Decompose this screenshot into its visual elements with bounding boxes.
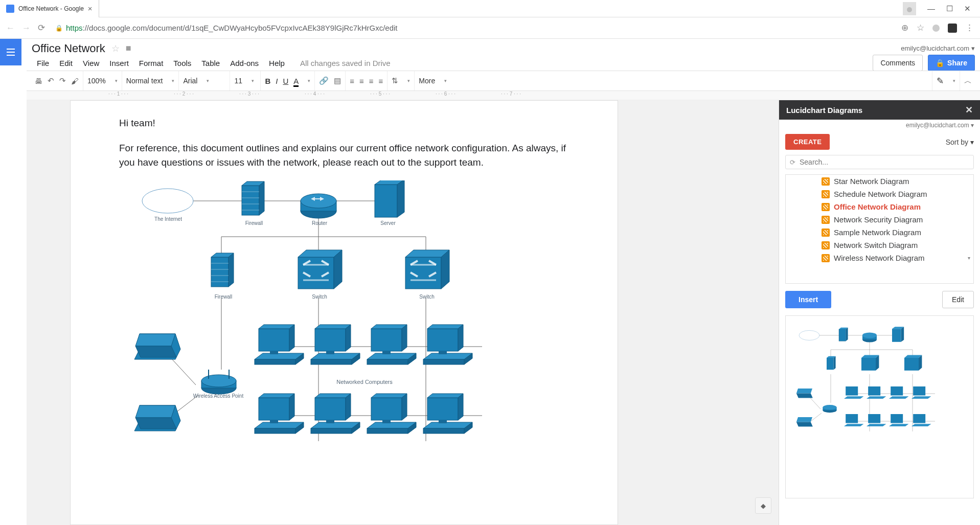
print-icon[interactable]: 🖶: [35, 77, 42, 85]
chevron-down-icon[interactable]: ▾: [971, 122, 974, 129]
profile-icon[interactable]: [903, 2, 916, 15]
menu-table[interactable]: Table: [196, 57, 225, 70]
list-item[interactable]: Wireless Network Diagram▾: [786, 252, 973, 264]
italic-button[interactable]: I: [276, 77, 278, 85]
diagram-label: Networked Computers: [324, 379, 405, 385]
chevron-down-icon[interactable]: ▾: [115, 78, 118, 83]
menu-view[interactable]: View: [78, 57, 104, 70]
explore-fab[interactable]: ◆: [755, 497, 771, 514]
tab-title: Office Network - Google: [18, 5, 84, 12]
chevron-down-icon[interactable]: ▾: [172, 78, 174, 83]
search-input[interactable]: [800, 158, 969, 166]
paint-format-icon[interactable]: 🖌: [71, 77, 79, 85]
svg-marker-119: [911, 424, 931, 426]
undo-icon[interactable]: ↶: [48, 76, 54, 85]
font-family-select[interactable]: Arial: [183, 77, 197, 85]
text-color-button[interactable]: A: [293, 77, 299, 85]
menu-insert[interactable]: Insert: [104, 57, 134, 70]
svg-rect-79: [839, 329, 846, 341]
more-tools-button[interactable]: More: [419, 77, 435, 85]
svg-marker-90: [833, 356, 835, 370]
forward-icon[interactable]: →: [22, 23, 31, 33]
edit-button[interactable]: Edit: [942, 291, 974, 308]
user-email[interactable]: emilyc@lucidchart.com: [901, 44, 969, 52]
menu-addons[interactable]: Add-ons: [225, 57, 264, 70]
redo-icon[interactable]: ↷: [59, 76, 66, 85]
document-page[interactable]: Hi team! For reference, this document ou…: [70, 100, 618, 525]
chevron-down-icon[interactable]: ▾: [308, 78, 310, 83]
menu-icon[interactable]: ⋮: [965, 22, 974, 33]
diagram-list[interactable]: Star Network Diagram Schedule Network Di…: [785, 174, 974, 284]
diagram-label: Router: [304, 220, 335, 226]
share-button[interactable]: 🔒 Share: [928, 55, 975, 71]
list-item[interactable]: Sample Network Diagram: [786, 226, 973, 239]
diagram-label: Switch: [412, 294, 442, 300]
menu-tools[interactable]: Tools: [168, 57, 196, 70]
chevron-down-icon[interactable]: ▾: [252, 78, 254, 83]
link-icon[interactable]: 🔗: [319, 76, 329, 85]
svg-rect-32: [211, 257, 229, 287]
close-icon[interactable]: ✕: [965, 104, 973, 116]
document-title[interactable]: Office Network: [32, 42, 105, 55]
chevron-down-icon[interactable]: ▾: [207, 78, 209, 83]
chevron-down-icon[interactable]: ▾: [968, 255, 970, 261]
align-left-icon[interactable]: ≡: [350, 77, 354, 85]
switch-icon: [405, 250, 449, 289]
sort-by-dropdown[interactable]: Sort by▾: [946, 138, 974, 146]
folder-icon[interactable]: ■: [126, 43, 131, 54]
list-item[interactable]: Star Network Diagram: [786, 175, 973, 188]
url-text: https://docs.google.com/document/d/1sqE_…: [66, 24, 397, 32]
chevron-down-icon[interactable]: ▾: [444, 78, 447, 83]
paragraph-style-select[interactable]: Normal text: [126, 77, 163, 85]
bookmark-star-icon[interactable]: ☆: [917, 22, 924, 33]
align-justify-icon[interactable]: ≡: [379, 77, 383, 85]
list-item[interactable]: Network Switch Diagram: [786, 239, 973, 252]
list-item[interactable]: Network Security Diagram: [786, 213, 973, 226]
ruler[interactable]: · · · 1 · · · · · · 2 · · · · · · 3 · · …: [27, 91, 980, 100]
extension-icon[interactable]: [948, 24, 957, 33]
reload-icon[interactable]: ⟳: [38, 22, 45, 33]
menu-help[interactable]: Help: [264, 57, 290, 70]
align-right-icon[interactable]: ≡: [369, 77, 374, 85]
underline-button[interactable]: U: [283, 77, 288, 85]
tab-close-icon[interactable]: ×: [88, 4, 93, 13]
bold-button[interactable]: B: [265, 77, 270, 85]
svg-marker-97: [796, 389, 812, 394]
menu-file[interactable]: File: [32, 57, 54, 70]
list-item-label: Office Network Diagram: [834, 202, 921, 211]
zoom-icon[interactable]: ⊕: [901, 22, 908, 33]
line-spacing-icon[interactable]: ⇅: [392, 76, 398, 85]
sidebar-user-email[interactable]: emilyc@lucidchart.com: [906, 122, 969, 129]
editing-mode-button[interactable]: ✎: [937, 76, 944, 86]
star-icon[interactable]: ☆: [111, 43, 120, 54]
insert-button[interactable]: Insert: [785, 291, 831, 308]
svg-rect-114: [868, 414, 880, 423]
close-window-icon[interactable]: ✕: [964, 4, 971, 13]
list-item[interactable]: Office Network Diagram: [786, 200, 973, 213]
zoom-select[interactable]: 100%: [87, 77, 106, 85]
align-center-icon[interactable]: ≡: [359, 77, 364, 85]
svg-marker-50: [135, 418, 176, 429]
extension-icon[interactable]: [932, 25, 940, 32]
svg-point-78: [799, 330, 819, 340]
menu-format[interactable]: Format: [134, 57, 169, 70]
svg-rect-29: [375, 185, 397, 217]
menu-edit[interactable]: Edit: [54, 57, 78, 70]
browser-tab[interactable]: Office Network - Google ×: [0, 0, 99, 17]
create-button[interactable]: CREATE: [785, 134, 830, 150]
chevron-down-icon[interactable]: ▾: [971, 44, 975, 52]
docs-logo[interactable]: [0, 39, 21, 65]
chevron-down-icon[interactable]: ▾: [407, 78, 410, 83]
chevron-down-icon[interactable]: ▾: [953, 78, 955, 83]
refresh-icon[interactable]: ⟳: [790, 158, 795, 166]
browser-tab-bar: Office Network - Google × — ☐ ✕: [0, 0, 980, 17]
url-input[interactable]: 🔒 https://docs.google.com/document/d/1sq…: [52, 20, 894, 36]
comments-button[interactable]: Comments: [873, 55, 923, 71]
collapse-toolbar-icon[interactable]: ︿: [964, 76, 972, 86]
back-icon[interactable]: ←: [6, 23, 15, 33]
comment-icon[interactable]: ▤: [334, 76, 341, 85]
list-item[interactable]: Schedule Network Diagram: [786, 188, 973, 200]
minimize-icon[interactable]: —: [927, 4, 935, 13]
font-size-select[interactable]: 11: [234, 77, 242, 85]
maximize-icon[interactable]: ☐: [946, 4, 953, 13]
